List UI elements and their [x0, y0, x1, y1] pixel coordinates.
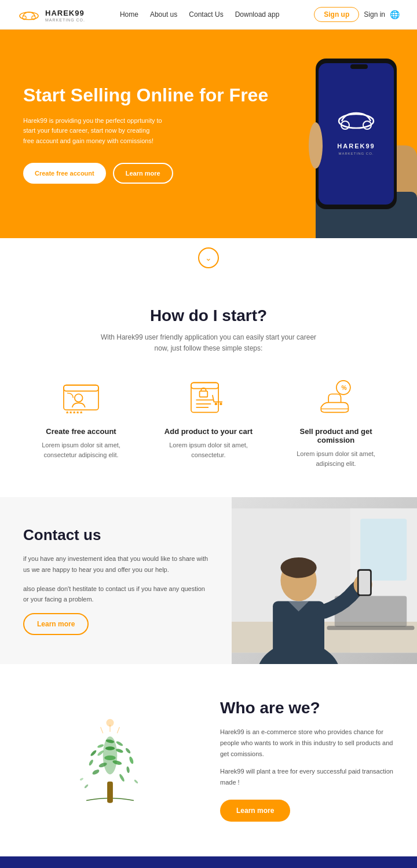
who-section: Who are we? Harek99 is an e-commerce sto…	[0, 664, 417, 856]
hero-content: Start Selling Online for Free Harek99 is…	[0, 55, 417, 212]
svg-text:%: %	[341, 385, 346, 392]
nav-about[interactable]: About us	[150, 10, 177, 19]
svg-point-52	[126, 766, 130, 773]
svg-rect-15	[64, 385, 98, 410]
step-sell-product: % Sell product and get comission Lorem i…	[284, 377, 388, 468]
signin-button[interactable]: Sign in	[364, 10, 385, 19]
navbar: HAREK99 MARKETING CO. Home About us Cont…	[0, 0, 417, 30]
chevron-down-icon: ⌄	[205, 253, 212, 262]
svg-point-44	[92, 768, 100, 775]
who-content: Who are we? Harek99 is an e-commerce sto…	[220, 699, 394, 821]
hero-title: Start Selling Online for Free	[23, 84, 394, 106]
who-learn-more-button[interactable]: Learn more	[220, 800, 290, 822]
contact-section: Contact us if you have any investement i…	[0, 497, 417, 664]
svg-line-66	[101, 727, 103, 734]
svg-rect-16	[64, 385, 98, 391]
who-title: Who are we?	[220, 699, 394, 717]
how-description: With Harek99 user friendly application y…	[93, 332, 324, 354]
nav-contact[interactable]: Contact Us	[189, 10, 223, 19]
steps-grid: ★★★★★ Create free account Lorem ipsum do…	[23, 377, 394, 468]
svg-point-46	[90, 749, 97, 757]
sell-product-icon: %	[316, 380, 356, 415]
contact-content: Contact us if you have any investement i…	[0, 497, 232, 664]
logo-brand-name: HAREK99	[45, 9, 85, 17]
svg-rect-43	[107, 782, 113, 803]
contact-text2: also please don't hestitate to contact u…	[23, 583, 209, 605]
step1-title: Create free account	[29, 427, 133, 436]
step-add-product: Add product to your cart Lorem ipsum dol…	[156, 377, 261, 468]
language-icon[interactable]: 🌐	[390, 10, 400, 19]
tree-illustration-svg	[58, 702, 162, 818]
svg-rect-35	[327, 626, 414, 630]
step2-icon-wrap	[185, 377, 232, 418]
contact-image	[232, 497, 417, 664]
svg-point-61	[134, 779, 138, 784]
svg-point-49	[115, 741, 123, 747]
how-title: How do I start?	[23, 307, 394, 325]
step2-title: Add product to your cart	[156, 427, 261, 436]
step1-icon-wrap: ★★★★★	[58, 377, 104, 418]
step3-icon-wrap: %	[313, 377, 359, 418]
svg-point-26	[220, 403, 222, 405]
svg-rect-20	[191, 383, 218, 389]
svg-point-60	[84, 784, 89, 789]
nav-download[interactable]: Download app	[235, 10, 280, 19]
svg-point-47	[97, 743, 104, 749]
svg-point-53	[119, 774, 126, 782]
hero-buttons: Create free account Learn more	[23, 163, 394, 184]
nav-home[interactable]: Home	[120, 10, 138, 19]
contact-text1: if you have any investement idea that yo…	[23, 553, 209, 575]
svg-rect-42	[359, 571, 371, 595]
add-product-icon	[188, 380, 229, 415]
contact-title: Contact us	[23, 526, 209, 544]
scroll-down-button[interactable]: ⌄	[198, 247, 219, 268]
how-section: How do I start? With Harek99 user friend…	[0, 278, 417, 497]
contact-learn-more-button[interactable]: Learn more	[23, 613, 89, 635]
create-account-button[interactable]: Create free account	[23, 163, 106, 184]
signup-button[interactable]: Sign up	[314, 7, 359, 22]
scroll-indicator: ⌄	[0, 238, 417, 278]
nav-actions: Sign up Sign in 🌐	[314, 7, 400, 22]
hero-section: Start Selling Online for Free Harek99 is…	[0, 30, 417, 238]
logo-car-icon	[17, 8, 41, 21]
svg-point-67	[106, 719, 114, 727]
logo-sub-text: MARKETING CO.	[45, 18, 85, 22]
who-image	[23, 702, 197, 818]
svg-point-63	[103, 736, 118, 774]
contact-illustration	[232, 497, 417, 664]
step3-title: Sell product and get comission	[284, 427, 388, 444]
learn-more-hero-button[interactable]: Learn more	[113, 163, 173, 184]
logo: HAREK99 MARKETING CO.	[17, 8, 85, 22]
svg-point-17	[75, 394, 83, 402]
step1-desc: Lorem ipsum dolor sit amet, consectetur …	[29, 440, 133, 459]
svg-point-39	[280, 557, 316, 578]
svg-line-65	[117, 727, 119, 734]
create-account-icon: ★★★★★	[61, 380, 101, 415]
svg-rect-21	[200, 391, 208, 397]
svg-point-25	[215, 403, 217, 405]
svg-point-51	[129, 756, 134, 764]
step3-desc: Lorem ipsum dolor sit amet, adipiscing e…	[284, 449, 388, 468]
svg-text:★★★★★: ★★★★★	[65, 411, 83, 415]
nav-links: Home About us Contact Us Download app	[120, 10, 279, 19]
step2-desc: Lorem ipsum dolor sit amet, consectetur.	[156, 440, 261, 459]
svg-point-50	[125, 747, 131, 754]
hero-description: Harek99 is providing you the perfect opp…	[23, 116, 162, 147]
who-text1: Harek99 is an e-commerce store who provi…	[220, 727, 394, 759]
svg-point-62	[79, 778, 83, 781]
step-create-account: ★★★★★ Create free account Lorem ipsum do…	[29, 377, 133, 468]
who-text2: Harek99 will plant a tree for every succ…	[220, 766, 394, 787]
footer: HAREK99 MARKETING CO. Harek99 Markting C…	[0, 856, 417, 868]
svg-point-45	[88, 759, 94, 766]
